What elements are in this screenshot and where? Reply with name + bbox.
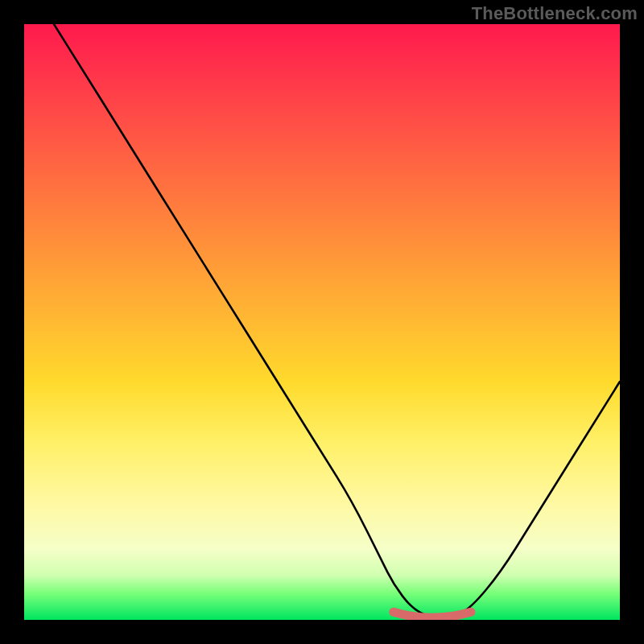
bottleneck-curve-svg <box>24 24 620 620</box>
bottleneck-curve <box>54 24 620 619</box>
flat-minimum-highlight <box>394 612 471 617</box>
plot-area <box>24 24 620 620</box>
watermark-text: TheBottleneck.com <box>472 3 638 24</box>
chart-container: TheBottleneck.com <box>0 0 644 644</box>
